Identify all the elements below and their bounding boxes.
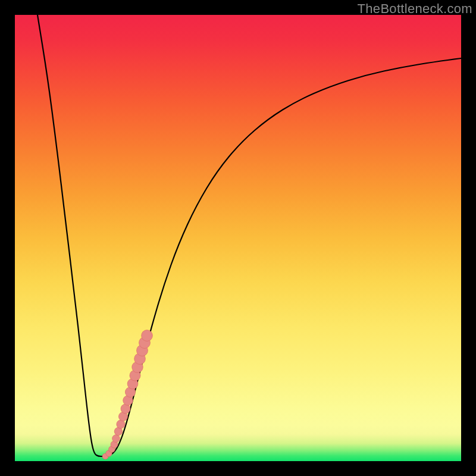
data-point [112, 435, 120, 443]
plot-area [15, 15, 461, 461]
data-point [142, 330, 153, 342]
data-point [117, 420, 125, 428]
bottleneck-curve [37, 15, 461, 456]
highlighted-segment-dots [102, 330, 152, 459]
plot-svg [15, 15, 461, 461]
chart-frame: TheBottleneck.com [0, 0, 476, 476]
watermark-text: TheBottleneck.com [358, 1, 472, 17]
